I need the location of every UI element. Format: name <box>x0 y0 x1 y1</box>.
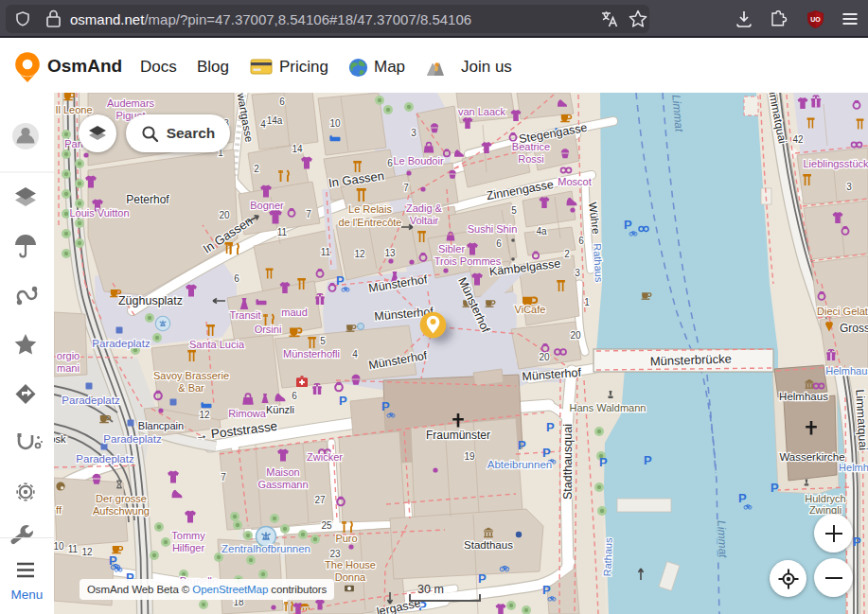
svg-text:Stadthausquai: Stadthausquai <box>561 424 575 500</box>
svg-text:Rathaus: Rathaus <box>592 243 605 283</box>
svg-text:4: 4 <box>352 349 358 360</box>
svg-text:P: P <box>336 273 345 288</box>
svg-text:Hans Waldmann: Hans Waldmann <box>570 402 647 413</box>
svg-text:Hilfiger: Hilfiger <box>172 542 205 553</box>
svg-text:20: 20 <box>539 352 550 362</box>
svg-text:P: P <box>853 535 861 549</box>
svg-text:Il Leone: Il Leone <box>55 104 92 115</box>
svg-text:20: 20 <box>219 210 230 220</box>
svg-text:ViCafe: ViCafe <box>515 304 546 315</box>
svg-text:P: P <box>478 571 487 586</box>
svg-text:3: 3 <box>411 128 416 138</box>
svg-text:ff: ff <box>56 504 62 516</box>
svg-text:12: 12 <box>199 410 210 420</box>
svg-text:Helmh: Helmh <box>839 462 868 473</box>
svg-text:UO: UO <box>810 15 821 22</box>
svg-text:2: 2 <box>564 249 570 259</box>
svg-text:13: 13 <box>384 248 396 258</box>
svg-text:Donna: Donna <box>335 571 366 583</box>
svg-text:Gross: Gross <box>840 322 868 335</box>
svg-text:Dieci Gelat: Dieci Gelat <box>817 306 868 317</box>
svg-text:Bogner: Bogner <box>250 200 284 211</box>
svg-text:3: 3 <box>575 268 580 278</box>
svg-text:12: 12 <box>81 547 93 557</box>
svg-text:P: P <box>771 481 779 495</box>
svg-text:5: 5 <box>511 205 517 216</box>
svg-text:Maison: Maison <box>266 466 299 478</box>
svg-text:11: 11 <box>68 544 79 554</box>
svg-text:Huldrych: Huldrych <box>805 493 845 504</box>
svg-text:P: P <box>738 491 747 505</box>
svg-text:Moscot: Moscot <box>558 176 591 187</box>
svg-text:osk: osk <box>54 433 66 445</box>
svg-text:5: 5 <box>320 336 326 346</box>
svg-text:Stadthaus: Stadthaus <box>464 539 513 551</box>
svg-text:Rossi: Rossi <box>518 153 544 165</box>
svg-text:Wasserkirche: Wasserkirche <box>779 451 844 463</box>
svg-text:Peterhof: Peterhof <box>126 193 169 206</box>
svg-text:Sibler: Sibler <box>438 243 465 254</box>
svg-text:Züghusplatz: Züghusplatz <box>118 294 183 307</box>
svg-text:P: P <box>381 399 390 413</box>
svg-text:van Laack: van Laack <box>458 106 506 117</box>
svg-text:Rathaus: Rathaus <box>601 537 613 577</box>
svg-text:P: P <box>339 394 347 408</box>
svg-text:4: 4 <box>260 119 266 130</box>
svg-text:Voltair: Voltair <box>410 215 439 226</box>
svg-text:Paradeplatz: Paradeplatz <box>92 338 151 349</box>
svg-text:Blancpain: Blancpain <box>138 420 184 431</box>
svg-text:42: 42 <box>792 134 804 145</box>
svg-text:Beatrice: Beatrice <box>512 141 550 152</box>
svg-text:Le Relais: Le Relais <box>348 203 392 215</box>
svg-text:Le Boudoir: Le Boudoir <box>393 155 444 167</box>
svg-text:2: 2 <box>254 164 259 174</box>
svg-text:Paradeplatz: Paradeplatz <box>103 433 162 445</box>
svg-text:P: P <box>599 455 608 469</box>
svg-text:P: P <box>542 583 551 597</box>
svg-text:maud: maud <box>281 307 308 318</box>
svg-text:12: 12 <box>354 249 365 259</box>
svg-text:7: 7 <box>403 183 409 193</box>
svg-text:6: 6 <box>496 238 502 249</box>
svg-text:14: 14 <box>292 144 303 154</box>
svg-text:Paradeplatz: Paradeplatz <box>62 395 120 406</box>
svg-text:4a: 4a <box>536 226 547 237</box>
svg-text:6: 6 <box>279 96 285 107</box>
svg-text:Orsini: Orsini <box>255 324 282 335</box>
svg-text:Rimowa: Rimowa <box>228 408 267 419</box>
svg-text:6: 6 <box>387 158 393 168</box>
svg-text:Louis Vuitton: Louis Vuitton <box>69 207 129 219</box>
svg-text:1: 1 <box>584 297 590 307</box>
svg-text:de l'Entrecôte: de l'Entrecôte <box>339 217 402 228</box>
svg-text:P: P <box>542 446 551 460</box>
svg-text:Sushi Shin: Sushi Shin <box>468 223 518 235</box>
svg-text:7: 7 <box>306 209 311 219</box>
svg-text:Paradeplatz: Paradeplatz <box>76 453 134 465</box>
svg-text:Trois Pommes: Trois Pommes <box>434 255 502 267</box>
svg-text:6: 6 <box>234 273 239 284</box>
svg-text:Abteibrunnen: Abteibrunnen <box>487 459 552 470</box>
svg-text:Santa Lucia: Santa Lucia <box>189 339 245 350</box>
svg-text:Der grosse: Der grosse <box>96 493 147 504</box>
svg-text:10: 10 <box>54 541 64 552</box>
svg-text:P: P <box>518 438 526 452</box>
svg-text:Künzli: Künzli <box>266 404 294 415</box>
svg-text:Münsterhofli: Münsterhofli <box>283 348 340 360</box>
svg-text:10: 10 <box>329 118 341 129</box>
svg-text:Puro: Puro <box>335 533 357 544</box>
svg-text:Fraumünster: Fraumünster <box>426 429 490 442</box>
svg-text:25: 25 <box>321 520 332 531</box>
svg-text:19: 19 <box>464 451 475 462</box>
svg-text:P: P <box>644 453 652 467</box>
svg-text:23: 23 <box>329 549 341 559</box>
svg-text:3: 3 <box>846 182 852 192</box>
svg-text:11: 11 <box>277 227 288 237</box>
svg-text:20: 20 <box>570 330 581 341</box>
svg-text:7: 7 <box>221 472 226 482</box>
svg-text:Savoy Brasserie: Savoy Brasserie <box>153 370 229 381</box>
svg-text:6: 6 <box>578 236 584 246</box>
svg-text:Transit: Transit <box>229 309 260 321</box>
svg-text:Gassmann: Gassmann <box>257 479 308 490</box>
svg-text:Münsterbrücke: Münsterbrücke <box>650 352 732 369</box>
svg-text:The House: The House <box>325 559 376 570</box>
